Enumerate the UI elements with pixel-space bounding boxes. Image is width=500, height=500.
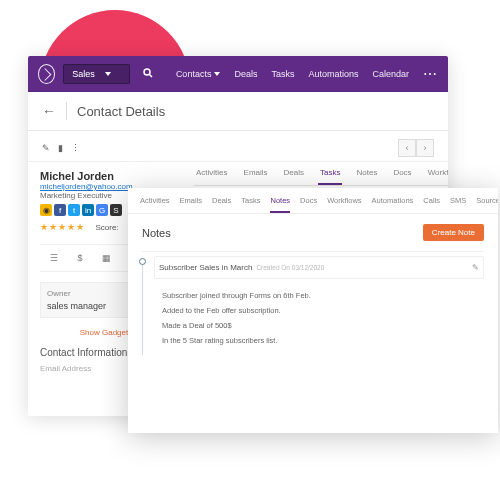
edit-note-icon[interactable]: ✎ <box>472 263 479 272</box>
notes-tab-emails[interactable]: Emails <box>180 196 203 213</box>
notes-tab-sms[interactable]: SMS <box>450 196 466 213</box>
globe-icon[interactable]: ◉ <box>40 204 52 216</box>
google-icon[interactable]: G <box>96 204 108 216</box>
note-line: Added to the Feb offer subscription. <box>162 306 476 315</box>
kebab-icon[interactable]: ⋮ <box>71 143 80 153</box>
note-item: Subscriber Sales in March Created On 03/… <box>142 251 484 355</box>
svg-point-0 <box>144 69 150 75</box>
notes-quick-icon[interactable]: ☰ <box>44 249 64 267</box>
tab-workflows[interactable]: Workflows <box>426 162 448 185</box>
calendar-quick-icon[interactable]: ▦ <box>96 249 116 267</box>
page-header: ← Contact Details <box>28 92 448 131</box>
notes-tab-workflows[interactable]: Workflows <box>327 196 361 213</box>
star-rating: ★★★★★ <box>40 222 85 232</box>
facebook-icon[interactable]: f <box>54 204 66 216</box>
record-pager: ‹ › <box>398 139 434 157</box>
tab-emails[interactable]: Emails <box>242 162 270 185</box>
tab-activities[interactable]: Activities <box>194 162 230 185</box>
tab-notes[interactable]: Notes <box>354 162 379 185</box>
tab-docs[interactable]: Docs <box>391 162 413 185</box>
deal-quick-icon[interactable]: $ <box>70 249 90 267</box>
divider <box>66 102 67 120</box>
notes-tab-docs[interactable]: Docs <box>300 196 317 213</box>
note-title: Subscriber Sales in March <box>159 263 252 272</box>
contact-name: Michel Jorden <box>40 170 172 182</box>
notes-tab-sources[interactable]: Sources <box>476 196 498 213</box>
notes-tab-tasks[interactable]: Tasks <box>241 196 260 213</box>
note-header-row[interactable]: Subscriber Sales in March Created On 03/… <box>154 256 484 279</box>
edit-icon[interactable]: ✎ <box>42 143 50 153</box>
notes-tab-automations[interactable]: Automations <box>372 196 414 213</box>
create-note-button[interactable]: Create Note <box>423 224 484 241</box>
skype-icon[interactable]: S <box>110 204 122 216</box>
note-line: Made a Deal of 500$ <box>162 321 476 330</box>
nav-deals[interactable]: Deals <box>234 69 257 79</box>
notes-tab-activities[interactable]: Activities <box>140 196 170 213</box>
nav-contacts[interactable]: Contacts <box>176 69 221 79</box>
module-label: Sales <box>72 69 95 79</box>
timeline-line <box>142 258 143 355</box>
more-icon[interactable]: ⋯ <box>423 66 438 82</box>
score-label: Score: <box>95 223 118 232</box>
note-line: In the 5 Star rating subscribers list. <box>162 336 476 345</box>
next-record-button[interactable]: › <box>416 139 434 157</box>
note-body: Subscriber joined through Forms on 6th F… <box>154 279 484 355</box>
note-line: Subscriber joined through Forms on 6th F… <box>162 291 476 300</box>
notes-section-title: Notes <box>142 227 171 239</box>
notes-header-row: Notes Create Note <box>128 214 498 251</box>
top-nav-bar: Sales Contacts Deals Tasks Automations C… <box>28 56 448 92</box>
tab-deals[interactable]: Deals <box>282 162 306 185</box>
contact-toolbar: ✎ ▮ ⋮ ‹ › <box>28 131 448 162</box>
tab-tasks[interactable]: Tasks <box>318 162 342 185</box>
timeline-dot-icon <box>139 258 146 265</box>
linkedin-icon[interactable]: in <box>82 204 94 216</box>
app-logo-icon[interactable] <box>38 64 55 84</box>
notes-tab-deals[interactable]: Deals <box>212 196 231 213</box>
notes-tab-bar: Activities Emails Deals Tasks Notes Docs… <box>128 188 498 214</box>
page-title: Contact Details <box>77 104 165 119</box>
nav-automations[interactable]: Automations <box>308 69 358 79</box>
detail-tab-bar: Activities Emails Deals Tasks Notes Docs… <box>194 162 448 186</box>
back-arrow-icon[interactable]: ← <box>42 103 56 119</box>
module-selector[interactable]: Sales <box>63 64 130 84</box>
copy-icon[interactable]: ▮ <box>58 143 63 153</box>
chevron-down-icon <box>214 72 220 76</box>
search-icon[interactable] <box>142 67 154 82</box>
prev-record-button[interactable]: ‹ <box>398 139 416 157</box>
nav-tasks[interactable]: Tasks <box>271 69 294 79</box>
nav-calendar[interactable]: Calendar <box>372 69 409 79</box>
note-created-meta: Created On 03/12/2020 <box>256 264 324 271</box>
primary-nav: Contacts Deals Tasks Automations Calenda… <box>176 66 438 82</box>
chevron-down-icon <box>105 72 111 76</box>
svg-line-1 <box>149 74 152 77</box>
notes-tab-calls[interactable]: Calls <box>423 196 440 213</box>
notes-tab-notes[interactable]: Notes <box>270 196 290 213</box>
notes-overlay-window: Activities Emails Deals Tasks Notes Docs… <box>128 188 498 433</box>
twitter-icon[interactable]: t <box>68 204 80 216</box>
